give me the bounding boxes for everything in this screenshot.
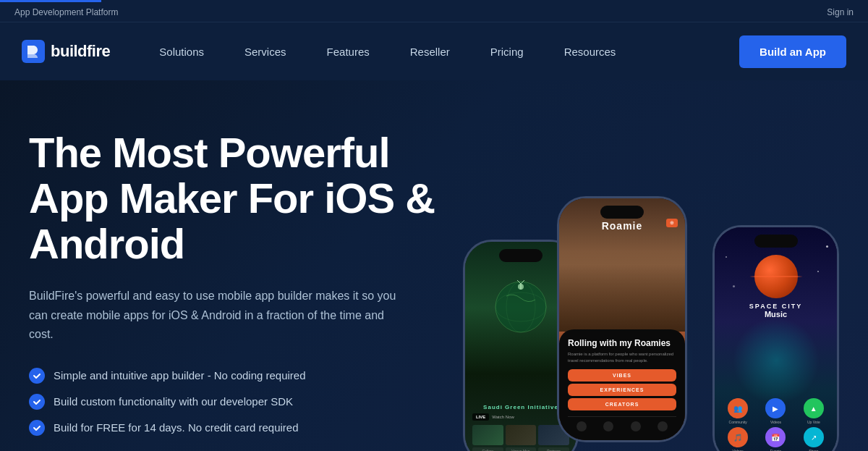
hero-section: The Most Powerful App Maker For iOS & An… — [0, 80, 868, 451]
nav-item-services[interactable]: Services — [224, 22, 307, 80]
nav-item-pricing[interactable]: Pricing — [470, 22, 544, 80]
phone-frame-right: SPACE CITY Music 👥 Community ▶ V — [712, 225, 839, 451]
hero-description: BuildFire's powerful and easy to use mob… — [29, 287, 405, 344]
feature-item-2: Build custom functionality with our deve… — [29, 394, 448, 410]
roamie-nav-map[interactable] — [631, 421, 641, 431]
phone-center: Roamie ⊕ Rolling with my Roamies Roamie … — [557, 196, 687, 442]
phone-screen-space: SPACE CITY Music 👥 Community ▶ V — [715, 227, 837, 451]
top-bar: App Development Platform Sign in — [0, 2, 868, 22]
phone-notch-right — [754, 235, 798, 248]
nav-item-resources[interactable]: Resources — [544, 22, 637, 80]
roamie-nav — [568, 416, 676, 431]
space-header: SPACE CITY Music — [715, 249, 837, 324]
space-icon-upvote-label: Up Vote — [807, 420, 820, 424]
navbar: buildfire Solutions Services Features Re… — [0, 22, 868, 80]
roamie-tag: ⊕ — [666, 219, 678, 227]
feature-label-2: Build custom functionality with our deve… — [54, 395, 293, 408]
space-icon-videos2[interactable]: 🎵 Videos — [720, 427, 755, 451]
phone-notch-left — [499, 249, 542, 262]
phone-frame-center: Roamie ⊕ Rolling with my Roamies Roamie … — [557, 196, 687, 442]
hero-title: The Most Powerful App Maker For iOS & An… — [29, 130, 448, 266]
space-icon-events[interactable]: 📅 Events — [758, 427, 793, 451]
space-icon-community[interactable]: 👥 Community — [720, 398, 755, 424]
logo[interactable]: buildfire — [22, 40, 110, 63]
roamie-content: Rolling with my Roamies Roamie is a plat… — [559, 329, 685, 440]
check-icon-2 — [29, 394, 45, 410]
signin-link[interactable]: Sign in — [827, 7, 854, 17]
platform-label: App Development Platform — [14, 7, 118, 17]
roamie-description: Roamie is a platform for people who want… — [568, 351, 676, 363]
space-icon-upvote[interactable]: ▲ Up Vote — [796, 398, 831, 424]
feature-item-3: Build for FREE for 14 days. No credit ca… — [29, 420, 448, 436]
space-music-label: Music — [720, 310, 831, 319]
green-app-title: Saudi Green Initiative — [472, 404, 569, 410]
hero-features-list: Simple and intuitive app builder - No co… — [29, 368, 448, 436]
roamie-nav-profile[interactable] — [658, 421, 668, 431]
phone-right: SPACE CITY Music 👥 Community ▶ V — [712, 225, 839, 451]
space-planet-ring — [749, 276, 804, 277]
space-city-label: SPACE CITY — [720, 303, 831, 310]
nav-item-reseller[interactable]: Reseller — [390, 22, 470, 80]
build-app-button[interactable]: Build an App — [739, 35, 846, 68]
roamie-btn-creators[interactable]: CREATORS — [568, 398, 676, 410]
space-icon-community-label: Community — [729, 420, 747, 424]
feature-label-3: Build for FREE for 14 days. No credit ca… — [54, 421, 298, 434]
space-icon-videos-label: Videos — [770, 420, 781, 424]
roamie-btn-vibes[interactable]: VIBES — [568, 369, 676, 382]
roamie-nav-search[interactable] — [603, 421, 613, 431]
roamie-nav-home[interactable] — [576, 421, 587, 431]
green-live-label: LIVE — [472, 413, 489, 421]
roamie-tagline: Rolling with my Roamies — [568, 338, 676, 348]
logo-text: buildfire — [51, 42, 110, 61]
check-icon-1 — [29, 368, 45, 384]
roamie-btn-experiences[interactable]: EXPERIENCES — [568, 384, 676, 396]
hero-content: The Most Powerful App Maker For iOS & An… — [29, 130, 448, 435]
feature-label-1: Simple and intuitive app builder - No co… — [54, 369, 306, 382]
phone-notch-center — [600, 206, 644, 219]
nav-item-features[interactable]: Features — [307, 22, 390, 80]
check-icon-3 — [29, 420, 45, 436]
space-icon-share[interactable]: ↗ Share — [796, 427, 831, 451]
space-icon-videos[interactable]: ▶ Videos — [758, 398, 793, 424]
nav-item-solutions[interactable]: Solutions — [139, 22, 224, 80]
feature-item-1: Simple and intuitive app builder - No co… — [29, 368, 448, 384]
phone-screen-roamie: Roamie ⊕ Rolling with my Roamies Roamie … — [559, 198, 685, 440]
space-planet — [754, 255, 798, 298]
green-watch-label: Watch Now — [492, 415, 514, 419]
space-bottom-icons: 👥 Community ▶ Videos ▲ Up Vote — [715, 392, 837, 451]
progress-bar — [0, 0, 101, 2]
nav-links: Solutions Services Features Reseller Pri… — [139, 22, 739, 80]
phone-mockups: Saudi Green Initiative LIVE Watch Now Ga… — [463, 109, 839, 451]
